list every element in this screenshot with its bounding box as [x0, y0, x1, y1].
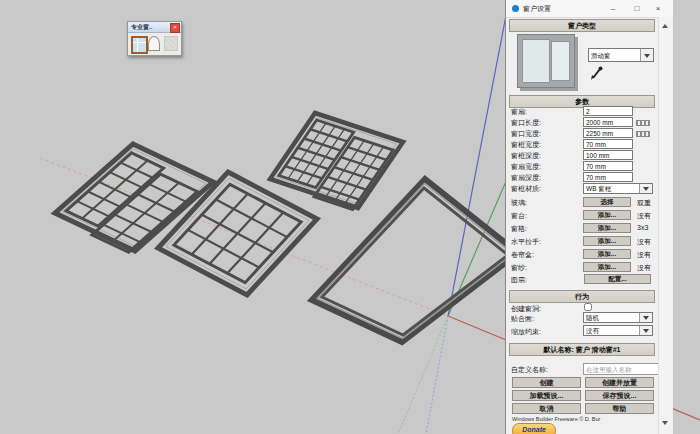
param-row-window-width: 窗口宽度: [506, 128, 658, 139]
sill-add-button[interactable]: 添加... [583, 210, 631, 220]
param-label: 玻璃: [511, 198, 527, 208]
param-row-sash-depth: 窗扇深度: [506, 172, 658, 183]
param-row-frame-width: 窗框宽度: [506, 139, 658, 150]
scale-constraint-dropdown-button[interactable] [639, 326, 652, 335]
screen-add-button[interactable]: 添加... [583, 262, 631, 272]
param-label: 窗格: [511, 224, 527, 234]
param-row-layer: 图层: 配置... [506, 274, 658, 285]
window-type-dropdown-button[interactable] [640, 49, 653, 61]
minimize-button[interactable]: – [606, 2, 620, 15]
help-button[interactable]: 帮助 [585, 403, 654, 414]
panes-add-button[interactable]: 添加... [583, 223, 631, 233]
sash-count-input[interactable] [583, 106, 633, 116]
scale-constraint-value: 没有 [586, 327, 599, 336]
window-preview-image [517, 34, 575, 88]
param-label: 水平拉手: [511, 237, 541, 247]
create-hole-checkbox[interactable] [584, 303, 592, 311]
param-row-frame-depth: 窗框深度: [506, 150, 658, 161]
shutter-box-add-button[interactable]: 添加... [583, 249, 631, 259]
custom-name-row: 自定义名称: [506, 363, 658, 375]
param-label: 缩放约束: [511, 327, 541, 337]
behavior-row-scale-constraint: 缩放约束: 没有 [506, 325, 658, 337]
donate-button[interactable]: Donate [512, 423, 556, 434]
fit-face-select[interactable]: 随机 [583, 312, 653, 323]
chevron-down-icon [643, 329, 649, 333]
panes-value: 3x3 [637, 224, 648, 231]
frame-width-input[interactable] [583, 139, 633, 149]
fit-face-value: 随机 [586, 314, 599, 323]
window-width-input[interactable] [583, 128, 633, 138]
param-label: 窗纱: [511, 263, 527, 273]
sill-value: 没有 [637, 211, 651, 221]
scale-constraint-select[interactable]: 没有 [583, 325, 653, 336]
param-label: 窗扇: [511, 107, 527, 117]
create-and-place-button[interactable]: 创建并放置 [585, 377, 654, 388]
sash-width-input[interactable] [583, 161, 633, 171]
window-tool-icon[interactable] [131, 36, 148, 54]
eyedropper-icon[interactable] [590, 66, 603, 80]
panel-title-bar: 窗户设置 – □ × [506, 0, 673, 18]
param-row-handle: 水平拉手: 添加... 没有 [506, 236, 658, 247]
handle-add-button[interactable]: 添加... [583, 236, 631, 246]
shutter-box-value: 没有 [637, 250, 651, 260]
toolbar-body [128, 33, 181, 55]
toolbar-close-button[interactable]: × [170, 23, 180, 33]
window-length-input[interactable] [583, 117, 633, 127]
param-row-screen: 窗纱: 添加... 没有 [506, 262, 658, 273]
save-preset-button[interactable]: 保存预设... [585, 390, 654, 401]
disabled-tool-icon [164, 36, 178, 51]
window-type-select[interactable]: 滑动窗 [588, 48, 654, 62]
sash-depth-input[interactable] [583, 172, 633, 182]
default-name-bar: 默认名称: 窗户 滑动窗#1 [509, 343, 655, 356]
param-row-glass: 玻璃: 选择 双重 [506, 197, 658, 208]
frame-material-value: WB 窗框 [586, 185, 611, 194]
param-row-frame-material: 窗框材质: WB 窗框 [506, 183, 658, 195]
param-label: 窗框材质: [511, 184, 541, 194]
custom-name-input[interactable] [583, 363, 660, 375]
param-label: 贴合面: [511, 314, 534, 324]
app-icon [512, 5, 519, 12]
credit-text: Windows Builder Freeware © D. Bur [512, 416, 600, 422]
glass-select-button[interactable]: 选择 [583, 197, 631, 207]
load-preset-button[interactable]: 加载预设... [512, 390, 581, 401]
maximize-button[interactable]: □ [630, 2, 644, 15]
handle-value: 没有 [637, 237, 651, 247]
param-label: 窗框宽度: [511, 140, 541, 150]
param-label: 窗扇宽度: [511, 162, 541, 172]
param-row-sill: 窗台: 添加... 没有 [506, 210, 658, 221]
arch-window-tool-icon[interactable] [148, 36, 160, 51]
preview-left-pane [522, 39, 550, 83]
param-row-sash-count: 窗扇: [506, 106, 658, 117]
measure-icon[interactable] [636, 131, 650, 137]
layer-config-button[interactable]: 配置... [584, 274, 651, 284]
param-label: 窗台: [511, 211, 527, 221]
param-label: 窗框深度: [511, 151, 541, 161]
param-label: 卷帘盒: [511, 250, 534, 260]
param-row-sash-width: 窗扇宽度: [506, 161, 658, 172]
behavior-row-fit-face: 贴合面: 随机 [506, 312, 658, 324]
chevron-down-icon [643, 187, 649, 191]
fit-face-dropdown-button[interactable] [639, 313, 652, 322]
app-window: 专业窗.. × 窗户设置 – □ × 窗户类型 滑动窗 [0, 0, 700, 434]
param-label: 窗口长度: [511, 118, 541, 128]
preview-right-pane [551, 41, 570, 81]
close-button[interactable]: × [651, 2, 665, 15]
param-label: 窗口宽度: [511, 129, 541, 139]
window-settings-panel: 窗户设置 – □ × 窗户类型 滑动窗 参数 窗扇: 窗口长度: [505, 0, 673, 434]
frame-material-select[interactable]: WB 窗框 [583, 183, 653, 194]
param-row-panes: 窗格: 添加... 3x3 [506, 223, 658, 234]
scroll-up-icon[interactable] [662, 24, 668, 28]
chevron-down-icon [644, 54, 650, 58]
section-header-behavior: 行为 [509, 290, 655, 303]
cancel-button[interactable]: 取消 [512, 403, 581, 414]
create-button[interactable]: 创建 [512, 377, 581, 388]
frame-depth-input[interactable] [583, 150, 633, 160]
section-header-window-type: 窗户类型 [509, 19, 655, 32]
param-row-shutter-box: 卷帘盒: 添加... 没有 [506, 249, 658, 260]
chevron-down-icon [643, 316, 649, 320]
measure-icon[interactable] [636, 120, 650, 126]
panel-scrollbar[interactable] [658, 17, 672, 434]
plugin-toolbar: 专业窗.. × [127, 21, 182, 56]
scroll-down-icon[interactable] [662, 421, 668, 425]
frame-material-dropdown-button[interactable] [639, 184, 652, 193]
